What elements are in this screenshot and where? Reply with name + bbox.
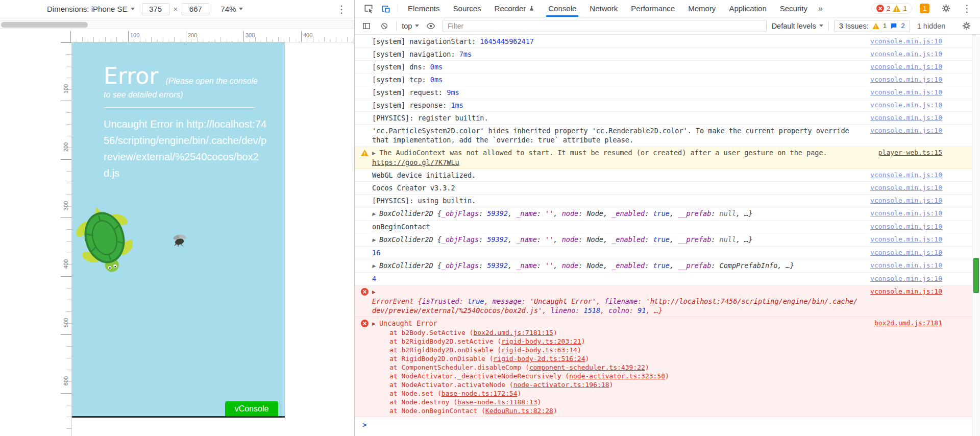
stack-source-link[interactable]: node-activator.ts:323:50 — [569, 372, 665, 380]
zoom-selector[interactable]: 74% — [220, 5, 243, 13]
issues-button[interactable]: 3 Issues: 1 2 — [834, 20, 910, 32]
source-link[interactable]: vconsole.min.js:10 — [870, 75, 942, 84]
source-link[interactable]: vconsole.min.js:10 — [870, 50, 942, 59]
source-link[interactable]: vconsole.min.js:10 — [870, 235, 942, 244]
stack-source-link[interactable]: node-activator.ts:196:18 — [513, 381, 609, 389]
tab-console[interactable]: Console — [542, 0, 583, 17]
tab-label: Memory — [688, 4, 716, 13]
source-link[interactable]: vconsole.min.js:10 — [870, 101, 942, 110]
console-scrollbar-thumb[interactable] — [973, 258, 979, 293]
hidden-messages-label[interactable]: 1 hidden — [917, 22, 946, 30]
error-count: 2 — [887, 5, 891, 12]
source-link[interactable]: vconsole.min.js:10 — [870, 183, 942, 192]
live-expression-eye-icon[interactable] — [424, 21, 437, 31]
horizontal-scrollbar[interactable] — [0, 20, 354, 29]
message-icon-slot — [361, 222, 372, 223]
stack-source-link[interactable]: rigid-body.ts:63:14 — [501, 346, 577, 354]
source-link[interactable]: vconsole.min.js:10 — [870, 171, 942, 180]
source-link[interactable]: vconsole.min.js:10 — [870, 248, 942, 257]
console-token: : — [645, 209, 653, 217]
console-token: : — [479, 235, 487, 244]
horizontal-scrollbar-thumb[interactable] — [1, 22, 88, 28]
message-content: [system] tcp: 0ms — [372, 75, 861, 84]
tab-elements[interactable]: Elements — [401, 0, 447, 17]
log-levels-selector[interactable]: Default levels — [772, 22, 823, 30]
source-link[interactable]: vconsole.min.js:10 — [870, 126, 942, 135]
tab-label: Console — [548, 4, 576, 13]
stack-source-link[interactable]: base-node.ts:172:54 — [442, 390, 518, 397]
devtools-pane: ElementsSourcesRecorderConsoleNetworkPer… — [354, 0, 980, 436]
console-message: [system] dns: 0msvconsole.min.js:10 — [355, 61, 980, 74]
console-token: lineno — [551, 306, 576, 314]
source-link[interactable]: vconsole.min.js:10 — [870, 274, 942, 283]
inspect-element-icon[interactable] — [360, 0, 377, 17]
console-token: , — [553, 235, 561, 244]
more-menu-icon[interactable]: ⋮ — [962, 4, 972, 13]
stack-source-link[interactable]: component-scheduler.ts:439:22 — [529, 364, 645, 371]
expand-arrow-icon[interactable]: ▶ — [372, 287, 376, 297]
console-message: ▶BoxCollider2D {_objFlags: 59392, _name:… — [355, 207, 980, 221]
source-link[interactable]: vconsole.min.js:10 — [870, 88, 942, 97]
issues-message-count: 2 — [901, 22, 905, 30]
settings-gear-icon[interactable] — [937, 4, 954, 13]
vconsole-button[interactable]: vConsole — [225, 401, 278, 416]
stack-source-link[interactable]: base-node.ts:1188:13 — [457, 398, 537, 406]
stack-source-link[interactable]: rigid-body.ts:203:21 — [501, 337, 581, 345]
inline-link[interactable]: https://goo.gl/7K7WLu — [372, 158, 459, 166]
console-sidebar-icon[interactable] — [360, 21, 373, 31]
console-message: [PHYSICS]: using builtin.vconsole.min.js… — [355, 195, 980, 207]
source-link[interactable]: box2d.umd.js:7181 — [874, 319, 942, 328]
console-token: [system] request: — [372, 88, 447, 96]
source-link[interactable]: vconsole.min.js:10 — [870, 196, 942, 205]
source-link[interactable]: vconsole.min.js:10 — [870, 222, 942, 231]
more-options-icon[interactable]: ⋮ — [336, 4, 347, 14]
error-warning-counters[interactable]: 2 1 — [871, 3, 912, 14]
console-prompt[interactable]: > — [355, 417, 980, 432]
expand-arrow-icon[interactable]: ▶ — [372, 209, 376, 219]
tab-performance[interactable]: Performance — [624, 0, 681, 17]
console-token: Node — [586, 235, 603, 244]
console-message-list: [system] navigationStart: 1645445962417v… — [355, 35, 980, 432]
source-link[interactable]: vconsole.min.js:10 — [870, 113, 942, 123]
tab-recorder[interactable]: Recorder — [488, 0, 542, 17]
expand-arrow-icon[interactable]: ▶ — [372, 319, 376, 328]
console-token: : — [629, 306, 638, 314]
console-token: _enabled — [611, 235, 645, 244]
source-link[interactable]: vconsole.min.js:10 — [870, 261, 942, 270]
source-link[interactable]: vconsole.min.js:10 — [870, 62, 942, 71]
dimensions-selector[interactable]: Dimensions: iPhone SE — [47, 5, 135, 13]
message-content: WebGL device initialized. — [372, 171, 861, 180]
tab-label: Application — [729, 4, 766, 13]
source-link[interactable]: vconsole.min.js:10 — [870, 209, 942, 218]
source-link[interactable]: vconsole.min.js:10 — [870, 287, 942, 296]
device-toolbar-toggle-icon[interactable] — [377, 0, 395, 17]
console-filter-input[interactable] — [443, 20, 767, 32]
source-link[interactable]: player-web.ts:15 — [878, 148, 942, 157]
tab-memory[interactable]: Memory — [681, 0, 722, 17]
stack-source-link[interactable]: rigid-body-2d.ts:516:24 — [494, 355, 585, 362]
expand-arrow-icon[interactable]: ▶ — [372, 235, 376, 245]
issues-count-badge[interactable]: 1 — [920, 4, 929, 13]
stack-source-link[interactable]: KedouRun.ts:82:28 — [485, 407, 553, 415]
device-height-input[interactable] — [182, 3, 209, 15]
more-tabs-button[interactable]: » — [814, 0, 827, 17]
expand-arrow-icon[interactable]: ▶ — [372, 261, 376, 271]
console-message: ▶BoxCollider2D {_objFlags: 59392, _name:… — [355, 259, 980, 273]
console-token: [PHYSICS]: register builtin. — [372, 114, 488, 122]
console-token: _name — [516, 261, 537, 270]
tab-application[interactable]: Application — [722, 0, 773, 17]
console-token: 1518 — [584, 306, 601, 314]
console-scrollbar[interactable] — [972, 35, 980, 436]
stack-source-link[interactable]: box2d.umd.js:7181:15 — [473, 329, 553, 336]
console-settings-gear-icon[interactable] — [960, 21, 973, 30]
clear-console-icon[interactable] — [378, 22, 391, 30]
source-link[interactable]: vconsole.min.js:10 — [870, 37, 942, 46]
expand-arrow-icon[interactable]: ▶ — [372, 149, 376, 158]
console-message: [system] navigationStart: 1645445962417v… — [355, 35, 980, 48]
tab-network[interactable]: Network — [583, 0, 624, 17]
tab-security[interactable]: Security — [773, 0, 814, 17]
device-width-input[interactable] — [142, 3, 169, 15]
javascript-context-selector[interactable]: top — [402, 22, 419, 30]
tab-sources[interactable]: Sources — [447, 0, 488, 17]
console-token: , — [670, 235, 678, 244]
